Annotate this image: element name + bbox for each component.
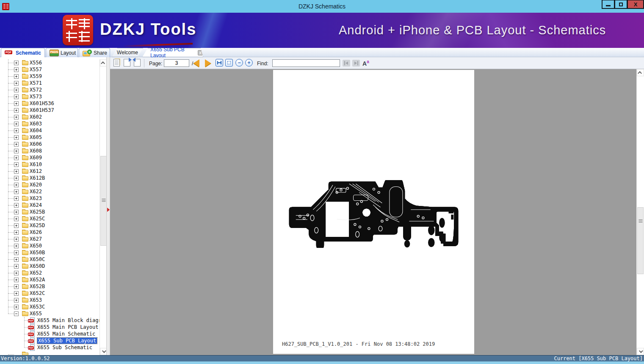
expand-toggle-icon[interactable] (14, 271, 19, 275)
next-page-button[interactable] (205, 59, 211, 67)
tree-folder-row[interactable]: X627 (0, 236, 99, 242)
expand-toggle-icon[interactable] (14, 74, 19, 79)
expand-toggle-icon[interactable] (14, 128, 19, 133)
expand-toggle-icon[interactable] (14, 298, 19, 303)
tree-folder-row[interactable]: X572 (0, 86, 99, 93)
find-input[interactable] (272, 59, 340, 67)
expand-toggle-icon[interactable] (14, 284, 19, 289)
tree-folder-row[interactable]: X601H537 (0, 107, 99, 114)
scroll-up-icon[interactable] (637, 69, 644, 76)
tree-pdf-item[interactable]: PDFX655 Main PCB Layout (0, 324, 99, 331)
tree-folder-row[interactable]: X609 (0, 154, 99, 161)
tree-folder-row[interactable]: X606 (0, 141, 99, 147)
panel-splitter[interactable] (107, 57, 110, 355)
tree-folder-row[interactable]: X650D (0, 263, 99, 270)
copy-text-button[interactable] (113, 59, 120, 67)
tree-folder-row[interactable]: X622 (0, 188, 99, 195)
tree-folder-row[interactable]: X603 (0, 120, 99, 127)
expand-toggle-icon[interactable] (14, 196, 19, 201)
tree-scrollbar[interactable] (100, 59, 107, 355)
tree-folder-row[interactable]: X605 (0, 134, 99, 141)
viewer-scrollbar[interactable] (636, 69, 644, 355)
expand-toggle-icon[interactable] (14, 94, 19, 99)
expand-toggle-icon[interactable] (14, 176, 19, 181)
close-button[interactable]: X (627, 0, 644, 9)
tab-schematic[interactable]: PDF Schematic (1, 48, 45, 57)
expand-toggle-icon[interactable] (14, 230, 19, 235)
tab-share[interactable]: + Share (79, 48, 110, 57)
expand-toggle-icon[interactable] (14, 189, 19, 194)
tree-folder-row[interactable]: X559 (0, 73, 99, 80)
tree-folder-row[interactable]: X625C (0, 215, 99, 222)
tree-folder-row[interactable]: X604 (0, 127, 99, 134)
tree-pdf-item[interactable]: PDFX655 Sub Schematic (0, 344, 99, 351)
maximize-button[interactable] (614, 0, 627, 9)
fit-page-button[interactable] (225, 59, 233, 67)
collapse-toggle-icon[interactable] (14, 311, 19, 316)
minimize-button[interactable] (602, 0, 615, 9)
expand-toggle-icon[interactable] (14, 217, 19, 221)
page-number-input[interactable] (164, 59, 189, 67)
expand-toggle-icon[interactable] (14, 305, 19, 309)
expand-toggle-icon[interactable] (14, 88, 19, 92)
expand-toggle-icon[interactable] (14, 264, 19, 269)
fit-width-button[interactable] (216, 59, 223, 67)
expand-toggle-icon[interactable] (14, 149, 19, 153)
expand-toggle-icon[interactable] (14, 81, 19, 86)
tree-folder-row[interactable]: X653 (0, 297, 99, 303)
tab-x655-sub-pcb-layout[interactable]: X655 Sub PCB Layout x (142, 48, 203, 57)
tree-folder-row[interactable]: X620 (0, 181, 99, 188)
scroll-down-icon[interactable] (100, 348, 107, 355)
previous-page-button[interactable] (193, 59, 199, 67)
expand-toggle-icon[interactable] (14, 203, 19, 208)
tree-folder-row[interactable]: X655 (0, 310, 99, 317)
tree-pdf-item[interactable]: PDFX655 Main Block diagram (0, 317, 99, 324)
expand-toggle-icon[interactable] (14, 291, 19, 296)
expand-toggle-icon[interactable] (14, 67, 19, 72)
expand-toggle-icon[interactable] (14, 257, 19, 262)
expand-toggle-icon[interactable] (14, 162, 19, 167)
tree-folder-row[interactable]: X557 (0, 66, 99, 73)
tree-folder-row[interactable]: X652 (0, 270, 99, 276)
tree-folder-row[interactable]: X610 (0, 161, 99, 168)
zoom-in-button[interactable]: + (245, 59, 253, 67)
expand-toggle-icon[interactable] (14, 169, 19, 174)
tab-welcome[interactable]: Welcome (112, 48, 143, 57)
tab-layout[interactable]: PADS Layout (46, 48, 78, 57)
tree-folder-row[interactable]: X602 (0, 114, 99, 120)
tree-pdf-item[interactable]: PDFX655 Sub PCB Layout (0, 337, 99, 344)
expand-toggle-icon[interactable] (14, 101, 19, 106)
collapse-arrow-icon[interactable] (107, 208, 110, 212)
tree-folder-row[interactable]: X571 (0, 80, 99, 86)
expand-toggle-icon[interactable] (14, 183, 19, 187)
tree-folder-row[interactable]: X650 (0, 242, 99, 249)
expand-toggle-icon[interactable] (14, 135, 19, 140)
tree-folder-row[interactable]: X626 (0, 229, 99, 236)
tree-scrollbar-thumb[interactable] (100, 156, 107, 246)
expand-toggle-icon[interactable] (14, 61, 19, 65)
expand-toggle-icon[interactable] (14, 250, 19, 255)
viewer-scrollbar-thumb[interactable] (637, 207, 644, 274)
tree-folder-row[interactable]: X625D (0, 222, 99, 229)
tree-folder-row[interactable]: X624 (0, 202, 99, 208)
expand-toggle-icon[interactable] (14, 122, 19, 126)
expand-toggle-icon[interactable] (14, 244, 19, 248)
tree-folder-row[interactable]: X608 (0, 147, 99, 154)
expand-toggle-icon[interactable] (14, 142, 19, 147)
expand-toggle-icon[interactable] (14, 156, 19, 160)
tree-folder-row[interactable]: X650B (0, 249, 99, 256)
text-size-button[interactable]: Aa (362, 59, 369, 67)
tree-folder-row[interactable] (0, 351, 99, 355)
expand-toggle-icon[interactable] (14, 237, 19, 242)
tree-folder-row[interactable]: X612B (0, 175, 99, 181)
tree-folder-row[interactable]: X652B (0, 283, 99, 290)
scroll-down-icon[interactable] (637, 348, 644, 355)
expand-toggle-icon[interactable] (14, 108, 19, 113)
expand-toggle-icon[interactable] (14, 278, 19, 282)
tree-folder-row[interactable]: X650C (0, 256, 99, 263)
find-previous-button[interactable] (343, 60, 350, 67)
expand-toggle-icon[interactable] (14, 223, 19, 228)
tree-folder-row[interactable]: X573 (0, 93, 99, 100)
tree-folder-row[interactable]: X625B (0, 208, 99, 215)
tab-close-icon[interactable]: x (198, 50, 203, 56)
